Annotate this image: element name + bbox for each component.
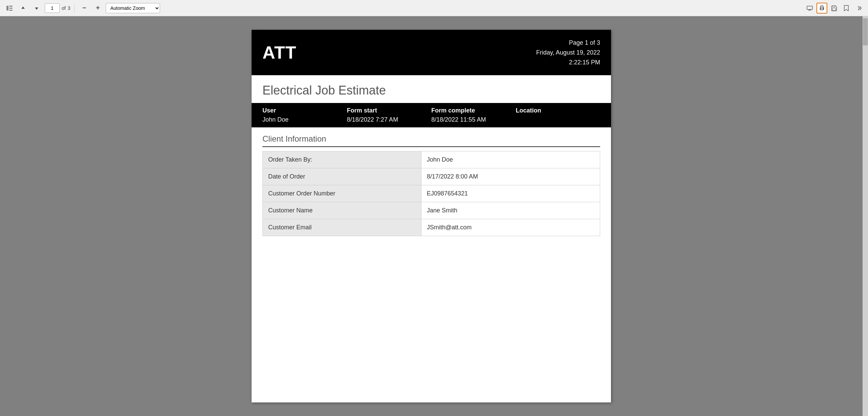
table-row: Customer Email JSmith@att.com — [263, 219, 600, 236]
page-navigation: 1 of 3 — [45, 3, 70, 13]
form-start-column: Form start 8/18/2022 7:27 AM — [347, 107, 431, 123]
right-toolbar — [804, 3, 864, 14]
page-total-label: 3 — [68, 5, 71, 11]
more-tools-button[interactable] — [853, 3, 864, 14]
form-fields-table: Order Taken By: John Doe Date of Order 8… — [262, 151, 600, 236]
pdf-viewer[interactable]: ATT Page 1 of 3 Friday, August 19, 2022 … — [0, 16, 863, 416]
present-button[interactable] — [804, 3, 815, 14]
table-row: Customer Order Number EJ0987654321 — [263, 185, 600, 202]
field-value: John Doe — [421, 151, 600, 168]
company-logo: ATT — [262, 42, 296, 63]
svg-rect-4 — [807, 6, 812, 9]
scroll-down-button[interactable] — [31, 3, 42, 14]
doc-time: 2:22:15 PM — [536, 58, 600, 67]
separator-1 — [74, 3, 75, 13]
field-label: Customer Email — [263, 219, 421, 236]
user-header: User — [262, 107, 347, 114]
svg-rect-9 — [821, 8, 823, 9]
location-header: Location — [516, 107, 600, 114]
page-info: Page 1 of 3 — [536, 38, 600, 48]
svg-point-10 — [823, 8, 824, 8]
bookmark-button[interactable] — [841, 3, 852, 14]
svg-rect-8 — [821, 5, 823, 7]
field-label: Customer Order Number — [263, 185, 421, 202]
main-area: ATT Page 1 of 3 Friday, August 19, 2022 … — [0, 16, 868, 416]
zoom-select[interactable]: Automatic Zoom 50% 75% 100% 125% 150% 20… — [106, 3, 160, 13]
field-label: Date of Order — [263, 168, 421, 185]
doc-title: Electrical Job Estimate — [252, 75, 611, 103]
scroll-up-button[interactable] — [18, 3, 28, 14]
doc-date: Friday, August 19, 2022 — [536, 48, 600, 58]
table-row: Date of Order 8/17/2022 8:00 AM — [263, 168, 600, 185]
form-start-value: 8/18/2022 7:27 AM — [347, 116, 431, 123]
form-start-header: Form start — [347, 107, 431, 114]
field-label: Order Taken By: — [263, 151, 421, 168]
svg-rect-0 — [6, 6, 8, 11]
zoom-out-button[interactable]: − — [79, 3, 90, 14]
user-column: User John Doe — [262, 107, 347, 123]
info-table: User John Doe Form start 8/18/2022 7:27 … — [252, 103, 611, 127]
field-value: 8/17/2022 8:00 AM — [421, 168, 600, 185]
page-number-input[interactable]: 1 — [45, 3, 60, 13]
toggle-sidebar-button[interactable] — [4, 3, 15, 14]
toolbar: 1 of 3 − + Automatic Zoom 50% 75% 100% 1… — [0, 0, 868, 16]
svg-rect-3 — [9, 10, 13, 11]
doc-header: ATT Page 1 of 3 Friday, August 19, 2022 … — [252, 30, 611, 75]
doc-header-info: Page 1 of 3 Friday, August 19, 2022 2:22… — [536, 38, 600, 67]
svg-rect-12 — [832, 8, 836, 10]
svg-rect-2 — [9, 8, 13, 8]
save-button[interactable] — [829, 3, 840, 14]
form-complete-value: 8/18/2022 11:55 AM — [431, 116, 516, 123]
form-complete-column: Form complete 8/18/2022 11:55 AM — [431, 107, 516, 123]
location-column: Location — [516, 107, 600, 123]
pdf-page: ATT Page 1 of 3 Friday, August 19, 2022 … — [252, 30, 611, 402]
scrollbar-track[interactable] — [863, 16, 868, 416]
field-label: Customer Name — [263, 202, 421, 219]
scrollbar-thumb[interactable] — [863, 18, 868, 45]
section-divider — [262, 146, 600, 147]
svg-rect-1 — [9, 6, 13, 6]
table-row: Customer Name Jane Smith — [263, 202, 600, 219]
user-value: John Doe — [262, 116, 347, 123]
field-value: JSmith@att.com — [421, 219, 600, 236]
zoom-in-button[interactable]: + — [92, 3, 103, 14]
field-value: Jane Smith — [421, 202, 600, 219]
svg-rect-11 — [833, 6, 835, 7]
table-row: Order Taken By: John Doe — [263, 151, 600, 168]
section-title: Client Information — [252, 127, 611, 146]
page-of-label: of — [62, 5, 66, 11]
field-value: EJ0987654321 — [421, 185, 600, 202]
form-complete-header: Form complete — [431, 107, 516, 114]
print-button[interactable] — [816, 3, 827, 14]
